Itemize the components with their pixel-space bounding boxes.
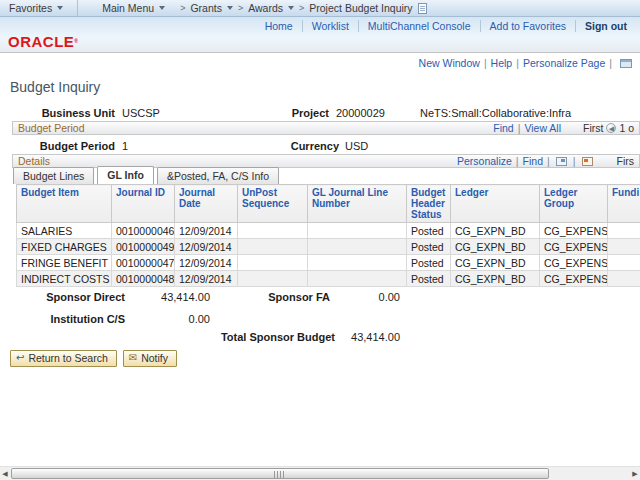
column-header[interactable]: Ledger Group	[540, 185, 608, 223]
budget-period-section-title: Budget Period	[18, 122, 85, 134]
column-header[interactable]: UnPost Sequence	[238, 185, 308, 223]
worklist-link[interactable]: Worklist	[312, 20, 349, 32]
table-cell	[238, 223, 308, 239]
currency-label: Currency	[269, 140, 339, 152]
chevron-down-icon	[159, 6, 165, 10]
pager-range-text: 1 o	[619, 122, 634, 134]
table-cell: CG_EXPN_BD	[451, 239, 540, 255]
download-to-excel-icon[interactable]	[582, 157, 593, 166]
chevron-down-icon	[288, 6, 294, 10]
details-toolbar: Personalize | Find | | Firs	[457, 155, 634, 167]
page-actions: New Window | Help | Personalize Page |	[419, 57, 632, 69]
table-cell: FRINGE BENEFIT	[17, 255, 112, 271]
table-row: INDIRECT COSTS001000004812/09/2014Posted…	[17, 271, 640, 287]
table-cell: CG_EXPENSE	[540, 255, 608, 271]
budget-period-section-bar: Budget Period Find | View All First ◀ 1 …	[12, 121, 640, 135]
currency-value: USD	[345, 140, 368, 152]
business-unit-value: USCSP	[122, 107, 160, 119]
oracle-logo: ORACLE®	[8, 34, 79, 49]
table-cell	[608, 255, 640, 271]
table-cell	[608, 239, 640, 255]
tab-gl-info[interactable]: GL Info	[97, 166, 154, 184]
add-to-favorites-link[interactable]: Add to Favorites	[490, 20, 566, 32]
favorites-menu[interactable]: Favorites	[0, 0, 78, 16]
column-header[interactable]: Journal Date	[175, 185, 238, 223]
scroll-left-arrow-icon[interactable]: ◀	[0, 469, 10, 479]
chevron-down-icon	[227, 6, 233, 10]
home-link[interactable]: Home	[265, 20, 293, 32]
new-window-link[interactable]: New Window	[419, 57, 480, 69]
registered-mark: ®	[74, 38, 78, 44]
zoom-grid-icon[interactable]	[556, 157, 567, 166]
notify-button[interactable]: ✉ Notify	[123, 350, 177, 367]
customize-window-icon[interactable]	[620, 59, 632, 68]
table-cell: 12/09/2014	[175, 255, 238, 271]
table-cell: SALARIES	[17, 223, 112, 239]
breadcrumb-item-label: Project Budget Inquiry	[309, 2, 412, 14]
main-menu[interactable]: Main Menu	[92, 0, 175, 16]
breadcrumb-item-grants[interactable]: Grants	[190, 2, 233, 14]
personalize-page-link[interactable]: Personalize Page	[523, 57, 605, 69]
help-link[interactable]: Help	[491, 57, 513, 69]
table-cell	[608, 271, 640, 287]
header-bar: Home Worklist MultiChannel Console Add t…	[0, 17, 640, 53]
multichannel-console-link[interactable]: MultiChannel Console	[368, 20, 471, 32]
project-label: Project	[263, 107, 329, 119]
tab-budget-lines[interactable]: Budget Lines	[13, 167, 94, 184]
budget-period-find-link[interactable]: Find	[493, 122, 513, 134]
table-cell: 0010000048	[112, 271, 175, 287]
return-to-search-label: Return to Search	[28, 352, 107, 364]
notify-label: Notify	[141, 352, 168, 364]
table-cell: CG_EXPN_BD	[451, 271, 540, 287]
separator: |	[518, 122, 521, 134]
column-header[interactable]: GL Journal Line Number	[308, 185, 407, 223]
table-cell: 12/09/2014	[175, 223, 238, 239]
sponsor-fa-value: 0.00	[310, 291, 400, 303]
table-cell: CG_EXPENSE	[540, 239, 608, 255]
scroll-right-arrow-icon[interactable]: ▶	[630, 469, 640, 479]
table-cell	[238, 271, 308, 287]
column-header[interactable]: Fundi	[608, 185, 640, 223]
table-cell: CG_EXPENSE	[540, 223, 608, 239]
horizontal-scrollbar: ◀ ▶	[0, 466, 640, 480]
table-cell	[238, 239, 308, 255]
column-header[interactable]: Ledger	[451, 185, 540, 223]
pager-first-label: Firs	[617, 155, 635, 167]
table-cell: CG_EXPN_BD	[451, 255, 540, 271]
scrollbar-thumb[interactable]	[11, 468, 549, 479]
favorite-page-icon[interactable]	[418, 3, 427, 14]
table-row: FRINGE BENEFIT001000004712/09/2014Posted…	[17, 255, 640, 271]
project-description: NeTS:Small:Collaborative:Infra	[420, 107, 571, 119]
grid-header-row: Budget ItemJournal IDJournal DateUnPost …	[17, 185, 640, 223]
tab-posted-fa-cs-info[interactable]: &Posted, FA, C/S Info	[157, 167, 279, 184]
table-row: SALARIES001000004612/09/2014PostedCG_EXP…	[17, 223, 640, 239]
grid-body: SALARIES001000004612/09/2014PostedCG_EXP…	[17, 223, 640, 287]
breadcrumb-item-awards[interactable]: Awards	[248, 2, 294, 14]
separator: |	[547, 155, 550, 167]
sponsor-direct-label: Sponsor Direct	[5, 291, 125, 303]
details-personalize-link[interactable]: Personalize	[457, 155, 512, 167]
budget-grid-container: Budget ItemJournal IDJournal DateUnPost …	[16, 184, 640, 287]
oracle-logo-text: ORACLE	[8, 33, 74, 50]
sign-out-link[interactable]: Sign out	[585, 20, 627, 32]
table-cell: Posted	[407, 223, 451, 239]
institution-cs-value: 0.00	[120, 313, 210, 325]
breadcrumb: Favorites Main Menu > Grants > Awards > …	[0, 0, 640, 17]
column-header[interactable]: Budget Header Status	[407, 185, 451, 223]
separator: |	[516, 155, 519, 167]
column-header[interactable]: Budget Item	[17, 185, 112, 223]
application-window: Favorites Main Menu > Grants > Awards > …	[0, 0, 640, 480]
breadcrumb-item-label: Awards	[248, 2, 283, 14]
budget-grid: Budget ItemJournal IDJournal DateUnPost …	[16, 184, 640, 287]
column-header[interactable]: Journal ID	[112, 185, 175, 223]
table-cell: 12/09/2014	[175, 271, 238, 287]
table-cell	[308, 271, 407, 287]
footer-toolbar: ↩ Return to Search ✉ Notify	[10, 350, 177, 367]
table-cell: Posted	[407, 255, 451, 271]
breadcrumb-separator: >	[238, 3, 243, 13]
details-find-link[interactable]: Find	[523, 155, 543, 167]
details-section-title: Details	[18, 155, 50, 167]
budget-period-view-all-link[interactable]: View All	[524, 122, 561, 134]
pager-previous-icon[interactable]: ◀	[606, 123, 616, 133]
return-to-search-button[interactable]: ↩ Return to Search	[10, 350, 117, 367]
